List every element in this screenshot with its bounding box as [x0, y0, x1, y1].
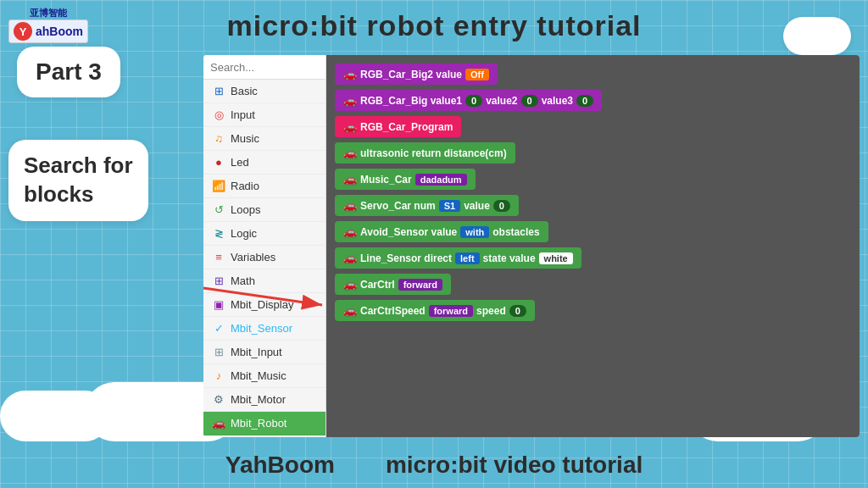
sidebar-item-music[interactable]: ♫Music: [203, 127, 326, 151]
logo-area: 亚博智能 Y ahBoom: [8, 7, 88, 43]
car-icon: 🚗: [343, 94, 357, 107]
footer-left: YahBoom: [225, 452, 335, 479]
logo-boom-text: ahBoom: [36, 25, 83, 38]
sidebar-item-basic[interactable]: ⊞Basic: [203, 80, 326, 103]
header-title: micro:bit robot entry tutorial: [227, 9, 642, 42]
car-icon: 🚗: [343, 225, 357, 238]
basic-label: Basic: [231, 85, 258, 97]
block-item[interactable]: 🚗 Servo_Car num S1 value 0: [335, 195, 519, 216]
block-item[interactable]: 🚗 CarCtrl forward: [335, 274, 451, 295]
math-label: Math: [231, 274, 255, 287]
car-icon: 🚗: [343, 199, 357, 212]
block-item[interactable]: 🚗 RGB_Car_Program: [335, 116, 461, 137]
led-icon: ●: [212, 156, 225, 169]
mbit_motor-label: Mbit_Motor: [231, 393, 286, 406]
block-item[interactable]: 🚗 Music_Car dadadum: [335, 169, 476, 190]
led-label: Led: [231, 156, 249, 169]
block-item[interactable]: 🚗 RGB_Car_Big value1 0 value2 0 value3 0: [335, 90, 602, 111]
sidebar-item-input[interactable]: ◎Input: [203, 103, 326, 127]
car-icon: 🚗: [343, 120, 357, 133]
blocks-area: 🚗 RGB_Car_Big2 value Off🚗 RGB_Car_Big va…: [326, 55, 860, 437]
sidebar: 🔍 ⊞Basic◎Input♫Music●Led📶Radio↺Loops≷Log…: [203, 55, 326, 437]
sidebar-item-mbit_motor[interactable]: ⚙Mbit_Motor: [203, 388, 326, 412]
block-item[interactable]: 🚗 RGB_Car_Big2 value Off: [335, 64, 498, 85]
mbit_robot-icon: 🚗: [212, 417, 225, 430]
block-item[interactable]: 🚗 ultrasonic return distance(cm): [335, 142, 515, 164]
mbit_display-label: Mbit_Display: [231, 298, 293, 311]
basic-icon: ⊞: [212, 85, 225, 97]
ide-container: 🔍 ⊞Basic◎Input♫Music●Led📶Radio↺Loops≷Log…: [203, 55, 860, 437]
footer: YahBoom micro:bit video tutorial: [0, 441, 868, 488]
sidebar-item-logic[interactable]: ≷Logic: [203, 222, 326, 246]
car-icon: 🚗: [343, 278, 357, 291]
header: micro:bit robot entry tutorial: [0, 0, 868, 51]
sidebar-item-math[interactable]: ⊞Math: [203, 269, 326, 293]
sidebar-item-mbit_sensor[interactable]: ✓Mbit_Sensor: [203, 317, 326, 341]
sidebar-item-mbit_input[interactable]: ⊞Mbit_Input: [203, 341, 326, 364]
sidebar-item-led[interactable]: ●Led: [203, 151, 326, 175]
car-icon: 🚗: [343, 173, 357, 186]
sidebar-item-mbit_display[interactable]: ▣Mbit_Display: [203, 293, 326, 317]
car-icon: 🚗: [343, 252, 357, 264]
search-bar[interactable]: 🔍: [203, 55, 326, 80]
variables-label: Variables: [231, 251, 275, 263]
car-icon: 🚗: [343, 304, 357, 317]
mbit_input-label: Mbit_Input: [231, 346, 282, 358]
mbit_input-icon: ⊞: [212, 346, 225, 358]
logic-label: Logic: [231, 227, 257, 240]
sidebar-item-mbit_robot[interactable]: 🚗Mbit_Robot: [203, 412, 326, 435]
mbit_music-label: Mbit_Music: [231, 369, 287, 382]
sidebar-item-loops[interactable]: ↺Loops: [203, 198, 326, 222]
mbit_motor-icon: ⚙: [212, 393, 225, 406]
mbit_music-icon: ♪: [212, 369, 225, 382]
music-icon: ♫: [212, 132, 225, 145]
radio-icon: 📶: [212, 180, 225, 192]
loops-icon: ↺: [212, 203, 225, 216]
mbit_sensor-label: Mbit_Sensor: [231, 322, 292, 335]
car-icon: 🚗: [343, 68, 357, 80]
loops-label: Loops: [231, 203, 260, 216]
block-item[interactable]: 🚗 CarCtrlSpeed forward speed 0: [335, 300, 535, 321]
mbit_display-icon: ▣: [212, 298, 225, 311]
categories-list: ⊞Basic◎Input♫Music●Led📶Radio↺Loops≷Logic…: [203, 80, 326, 435]
logo-top-text: 亚博智能: [30, 7, 67, 19]
radio-label: Radio: [231, 180, 259, 192]
variables-icon: ≡: [212, 251, 225, 263]
car-icon: 🚗: [343, 147, 357, 159]
input-label: Input: [231, 108, 255, 121]
search-bubble: Search for blocks: [8, 140, 148, 221]
logo-y-circle: Y: [14, 22, 32, 41]
mbit_robot-label: Mbit_Robot: [231, 417, 287, 430]
sidebar-item-mbit_music[interactable]: ♪Mbit_Music: [203, 364, 326, 388]
math-icon: ⊞: [212, 274, 225, 287]
mbit_sensor-icon: ✓: [212, 322, 225, 335]
footer-right: micro:bit video tutorial: [386, 452, 643, 479]
part-bubble: Part 3: [17, 47, 120, 97]
music-label: Music: [231, 132, 259, 145]
block-item[interactable]: 🚗 Avoid_Sensor value with obstacles: [335, 221, 548, 242]
search-input[interactable]: [210, 61, 326, 74]
logo-yahboom: Y ahBoom: [8, 19, 88, 43]
block-item[interactable]: 🚗 Line_Sensor direct left state value wh…: [335, 247, 581, 269]
input-icon: ◎: [212, 108, 225, 121]
logic-icon: ≷: [212, 227, 225, 240]
sidebar-item-radio[interactable]: 📶Radio: [203, 175, 326, 198]
sidebar-item-variables[interactable]: ≡Variables: [203, 246, 326, 269]
